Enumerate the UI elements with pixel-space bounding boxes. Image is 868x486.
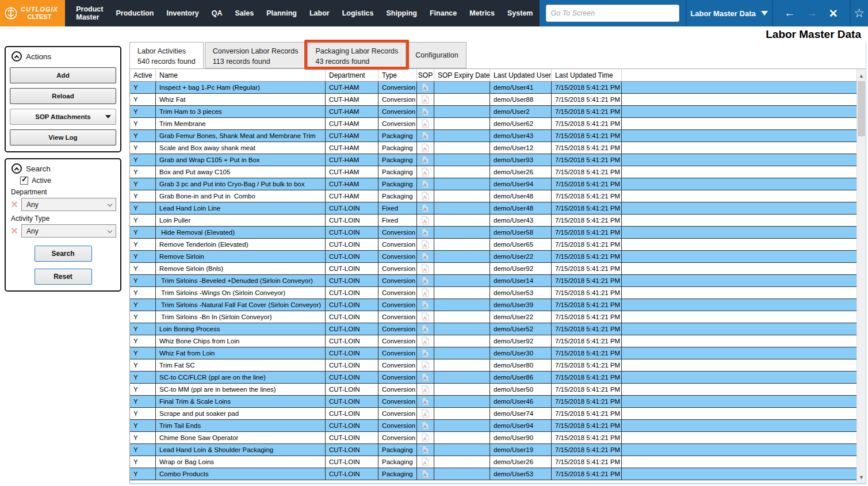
nav-item-metrics[interactable]: Metrics xyxy=(463,0,501,26)
table-row[interactable]: YGrab Bone-in and Put in ComboCUT-HAMPac… xyxy=(130,190,856,202)
table-row[interactable]: YSC-to MM (ppl are in between the lines)… xyxy=(130,384,856,396)
cell-filler xyxy=(622,396,856,407)
scrollbar-thumb[interactable] xyxy=(858,81,865,136)
table-row[interactable]: YLead Hand Loin LineCUT-LOINFixedAdemo/U… xyxy=(130,202,856,215)
close-screen-button[interactable]: ✕ xyxy=(829,7,838,20)
reset-button[interactable]: Reset xyxy=(35,269,92,285)
nav-item-product-master[interactable]: Product Master xyxy=(70,0,109,26)
scroll-down-arrow-icon[interactable]: ▼ xyxy=(857,472,866,482)
table-row[interactable]: YWrap or Bag LoinsCUT-LOINPackagingAdemo… xyxy=(130,456,856,468)
search-button[interactable]: Search xyxy=(35,246,92,262)
nav-item-planning[interactable]: Planning xyxy=(260,0,303,26)
table-row[interactable]: YTrim Ham to 3 piecesCUT-HAMConversionAd… xyxy=(130,106,856,118)
cell-department: CUT-LOIN xyxy=(326,227,378,238)
cell-department: CUT-LOIN xyxy=(326,202,378,214)
nav-item-inventory[interactable]: Inventory xyxy=(160,0,205,26)
table-row[interactable]: YInspect + bag 1-Pc Ham (Regular)CUT-HAM… xyxy=(130,82,856,94)
cell-active: Y xyxy=(130,420,156,431)
column-header-type[interactable]: Type xyxy=(378,69,417,81)
reload-button[interactable]: Reload xyxy=(10,88,116,104)
table-row[interactable]: YLead Hand Loin & Shoulder PackagingCUT-… xyxy=(130,444,856,456)
table-row[interactable]: YBox and Put away C105CUT-HAMPackagingAd… xyxy=(130,166,856,178)
table-row[interactable]: YScrape and put soaker padCUT-LOINConver… xyxy=(130,408,856,420)
cell-sop: A xyxy=(417,408,434,419)
tab-conversion-labor-records[interactable]: Conversion Labor Records113 records foun… xyxy=(205,42,307,68)
column-header-last-updated-user[interactable]: Last Updated User xyxy=(490,69,552,81)
table-row[interactable]: Y Hide Removal (Elevated)CUT-LOINConvers… xyxy=(130,227,856,239)
table-row[interactable]: YSC-to CC/FLCR (ppl are on the line)CUT-… xyxy=(130,372,856,384)
table-row[interactable]: YRemove Sirloin (Bnls)CUT-LOINConversion… xyxy=(130,263,856,275)
clear-department-filter-icon[interactable]: ✕ xyxy=(10,200,19,209)
cell-last-updated-user: demo/User52 xyxy=(490,323,552,335)
column-header-last-updated-time[interactable]: Last Updated Time xyxy=(552,69,622,81)
cell-type: Conversion xyxy=(378,335,417,347)
screen-selector-dropdown[interactable]: Labor Master Data xyxy=(687,0,772,26)
table-row[interactable]: YTrim Tail EndsCUT-LOINConversionAdemo/U… xyxy=(130,420,856,432)
forward-arrow-button[interactable]: → xyxy=(806,7,817,20)
table-row[interactable]: YFinal Trim & Scale LoinsCUT-LOINConvers… xyxy=(130,396,856,408)
table-row[interactable]: YGrab Femur Bones, Shank Meat and Membra… xyxy=(130,130,856,142)
table-row[interactable]: YWhiz FatCUT-HAMConversionAdemo/User887/… xyxy=(130,94,856,106)
nav-item-sales[interactable]: Sales xyxy=(228,0,260,26)
column-header-sop-expiry-date[interactable]: SOP Expiry Date xyxy=(434,69,490,81)
sop-attachments-dropdown[interactable]: SOP Attachments xyxy=(10,109,116,125)
tab-packaging-labor-records[interactable]: Packaging Labor Records43 records found xyxy=(307,42,406,68)
cell-name: Grab Bone-in and Put in Combo xyxy=(156,190,326,202)
svg-text:A: A xyxy=(423,400,427,405)
goto-screen-input[interactable] xyxy=(546,5,679,22)
vertical-scrollbar[interactable]: ▲ ▼ xyxy=(856,69,866,483)
table-row[interactable]: YScale and Box away shank meatCUT-HAMPac… xyxy=(130,142,856,154)
table-row[interactable]: YGrab 3 pc and Put into Cryo-Bag / Put b… xyxy=(130,178,856,190)
table-row[interactable]: YWhiz Bone Chips from LoinCUT-LOINConver… xyxy=(130,335,856,347)
cell-sop: A xyxy=(417,227,434,238)
collapse-chevron-icon[interactable] xyxy=(12,163,22,174)
table-row[interactable]: YLoin Boning ProcessCUT-LOINConversionAd… xyxy=(130,323,856,335)
nav-item-qa[interactable]: QA xyxy=(205,0,229,26)
cell-active: Y xyxy=(130,456,156,468)
column-header-active[interactable]: Active xyxy=(130,69,156,81)
department-select[interactable]: Any xyxy=(21,198,116,211)
collapse-chevron-icon[interactable] xyxy=(12,51,22,62)
nav-item-production[interactable]: Production xyxy=(109,0,160,26)
table-row[interactable]: YTrim MembraneCUT-HAMConversionAdemo/Use… xyxy=(130,118,856,130)
table-row[interactable]: YRemove SirloinCUT-LOINConversionAdemo/U… xyxy=(130,251,856,263)
column-header-sop[interactable]: SOP xyxy=(417,69,434,81)
view-log-button[interactable]: View Log xyxy=(10,129,116,146)
nav-item-shipping[interactable]: Shipping xyxy=(380,0,423,26)
nav-item-system[interactable]: System xyxy=(501,0,539,26)
activity-type-select[interactable]: Any xyxy=(21,224,116,238)
clear-activity-type-filter-icon[interactable]: ✕ xyxy=(10,227,19,236)
cell-type: Conversion xyxy=(378,408,417,419)
scroll-up-arrow-icon[interactable]: ▲ xyxy=(857,71,866,81)
add-button[interactable]: Add xyxy=(10,67,116,83)
table-row[interactable]: Y Trim Sirloins -Natural Fall Fat Cover … xyxy=(130,299,856,311)
pdf-attachment-icon: A xyxy=(422,252,429,261)
quick-access-bar: Labor Master Data ← → ✕ ☆ xyxy=(540,0,868,26)
pdf-attachment-icon: A xyxy=(422,336,429,346)
table-row[interactable]: YChime Bone Saw OperatorCUT-LOINConversi… xyxy=(130,432,856,444)
nav-item-logistics[interactable]: Logistics xyxy=(336,0,380,26)
cell-last-updated-time: 7/15/2018 5:41:21 PM xyxy=(552,384,622,395)
table-row[interactable]: YTrim Fat SCCUT-LOINConversionAdemo/User… xyxy=(130,359,856,372)
tab-configuration[interactable]: Configuration xyxy=(407,42,466,68)
cell-sop: A xyxy=(417,372,434,383)
nav-item-labor[interactable]: Labor xyxy=(303,0,336,26)
column-header-department[interactable]: Department xyxy=(326,69,378,81)
nav-item-finance[interactable]: Finance xyxy=(423,0,463,26)
table-row[interactable]: Y Trim Sirloins -Beveled +Denuded (Sirlo… xyxy=(130,275,856,287)
table-row[interactable]: YRemove Tenderloin (Elevated)CUT-LOINCon… xyxy=(130,239,856,251)
table-row[interactable]: YGrab and Wrap C105 + Put in BoxCUT-HAMP… xyxy=(130,154,856,166)
back-arrow-button[interactable]: ← xyxy=(784,7,795,20)
table-row[interactable]: YCombo ProductsCUT-LOINPackagingAdemo/Us… xyxy=(130,468,856,480)
cell-last-updated-time: 7/15/2018 5:41:21 PM xyxy=(552,287,622,299)
table-row[interactable]: YLoin PullerCUT-LOINFixedAdemo/User437/1… xyxy=(130,215,856,227)
favorite-star-icon[interactable]: ☆ xyxy=(854,6,865,20)
table-row[interactable]: YWhiz Fat from LoinCUT-LOINConversionAde… xyxy=(130,347,856,359)
active-checkbox[interactable]: ✓ xyxy=(20,177,28,185)
table-row[interactable]: Y Trim Sirloins -Bn In (Sirloin Conveyor… xyxy=(130,311,856,323)
column-header-name[interactable]: Name xyxy=(156,69,326,81)
cell-type: Conversion xyxy=(378,347,417,359)
table-row[interactable]: Y Trim Sirloins -Wings On (Sirloin Conve… xyxy=(130,287,856,299)
tab-labor-activities[interactable]: Labor Activities540 records found xyxy=(129,42,204,68)
pdf-attachment-icon: A xyxy=(422,288,429,297)
